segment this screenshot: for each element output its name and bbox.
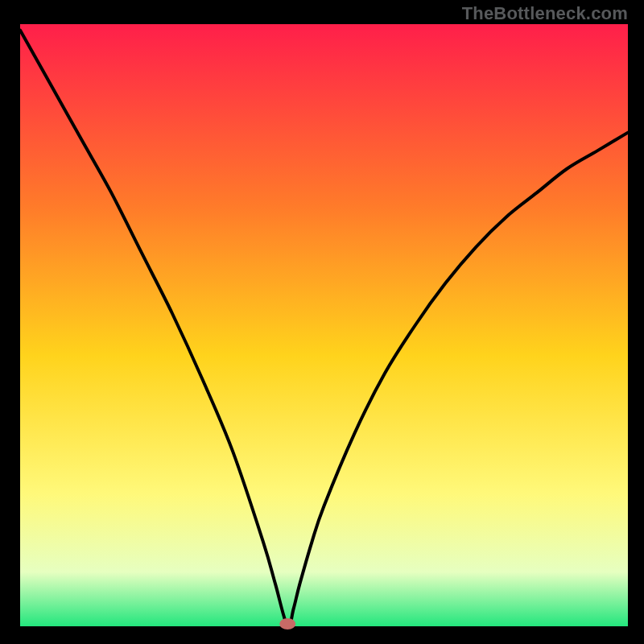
optimum-marker-icon bbox=[279, 618, 295, 630]
plot-area bbox=[20, 24, 628, 626]
watermark-text: TheBottleneck.com bbox=[462, 3, 628, 24]
bottleneck-chart bbox=[0, 0, 644, 644]
